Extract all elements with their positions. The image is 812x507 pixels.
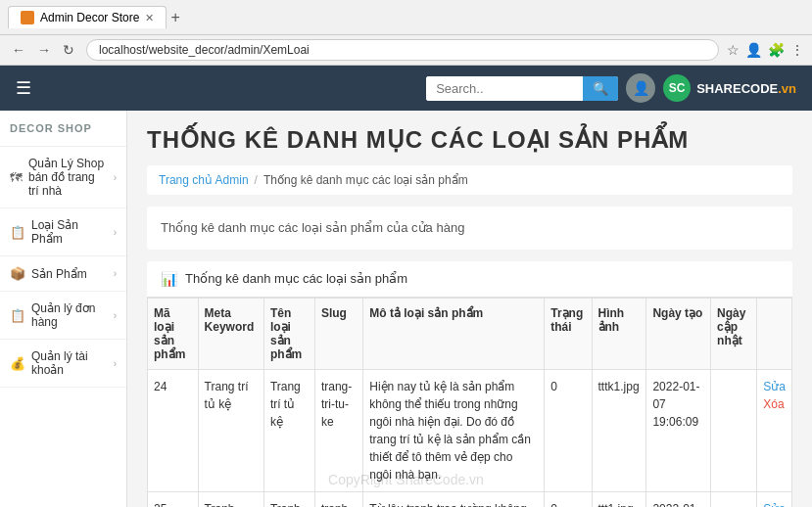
- chevron-icon: ›: [114, 172, 117, 183]
- chevron-icon: ›: [114, 268, 117, 279]
- th-trang-thai: Trạng thái: [545, 298, 592, 369]
- top-right-controls: 🔍 👤 SC SHARECODE.vn: [426, 73, 796, 103]
- cell-ma-loai: 25: [148, 491, 199, 507]
- breadcrumb-separator: /: [255, 173, 258, 187]
- url-bar[interactable]: localhost/website_decor/admin/XemLoai: [86, 39, 719, 61]
- table-section-icon: 📊: [161, 271, 177, 287]
- table-row: 25 Tranh treo tường Tranh treo tường tra…: [148, 491, 792, 507]
- top-navbar: ☰ 🔍 👤 SC SHARECODE.vn: [0, 66, 812, 111]
- sc-name: SHARECODE: [696, 81, 778, 96]
- cell-ngay-tao: 2022-01-07 19:06:09: [646, 369, 711, 491]
- cell-ngay-cap-nhat: [711, 369, 757, 491]
- th-ngay-cap-nhat: Ngày cập nhật: [711, 298, 757, 369]
- sidebar-item-products[interactable]: 📦 Sản Phẩm ›: [0, 256, 126, 292]
- back-button[interactable]: ←: [8, 40, 29, 60]
- sidebar-item-orders[interactable]: 📋 Quản lý đơn hàng ›: [0, 292, 126, 340]
- sidebar-item-categories[interactable]: 📋 Loại Sản Phẩm ›: [0, 208, 126, 256]
- cell-actions: Sửa Xóa: [757, 491, 792, 507]
- sc-text: SHARECODE.vn: [696, 81, 796, 96]
- products-icon: 📦: [10, 266, 25, 281]
- cell-ten-loai: Tranh treo tường: [263, 491, 314, 507]
- cell-slug: tranh-treo-tuong: [314, 491, 362, 507]
- shop-icon: 🗺: [10, 170, 23, 185]
- sidebar: DECOR SHOP 🗺 Quản Lý Shop bán đồ trang t…: [0, 111, 127, 507]
- hamburger-button[interactable]: ☰: [16, 77, 31, 99]
- th-actions: [757, 298, 792, 369]
- search-button[interactable]: 🔍: [583, 76, 618, 101]
- table-row: 24 Trang trí tủ kệ Trang trí tủ kệ trang…: [148, 369, 792, 491]
- sc-logo: SC: [663, 74, 691, 102]
- cell-trang-thai: 0: [545, 369, 592, 491]
- edit-link[interactable]: Sửa: [763, 380, 786, 393]
- cell-hinh-anh: ttt1.jpg: [592, 491, 646, 507]
- info-text: Thống kê danh mục các loại sản phẩm của …: [161, 220, 464, 235]
- page-title: THỐNG KÊ DANH MỤC CÁC LOẠI SẢN PHẨM: [147, 126, 792, 154]
- table-section-title: Thống kê danh mục các loại sản phẩm: [185, 271, 407, 286]
- menu-icon: ⋮: [790, 42, 804, 58]
- sidebar-brand: DECOR SHOP: [0, 111, 126, 147]
- chevron-icon: ›: [114, 310, 117, 321]
- th-mo-ta: Mô tả loại sản phẩm: [363, 298, 545, 369]
- sidebar-item-orders-label: Quản lý đơn hàng: [31, 301, 108, 329]
- search-box: 🔍: [426, 76, 618, 101]
- sidebar-item-shop-label: Quản Lý Shop bán đồ trang trí nhà: [28, 157, 108, 198]
- main-content: THỐNG KÊ DANH MỤC CÁC LOẠI SẢN PHẨM Tran…: [127, 111, 812, 507]
- cell-slug: trang-tri-tu-ke: [314, 369, 362, 491]
- sharecode-brand: SC SHARECODE.vn: [663, 74, 796, 102]
- sidebar-item-categories-label: Loại Sản Phẩm: [31, 218, 108, 246]
- th-ten-loai: Tên loại sản phẩm: [263, 298, 314, 369]
- profile-icon: 👤: [745, 42, 762, 58]
- tab-favicon: [21, 11, 34, 24]
- table-section: 📊 Thống kê danh mục các loại sản phẩm Mã…: [147, 261, 792, 508]
- sidebar-item-accounts[interactable]: 💰 Quản lý tài khoản ›: [0, 340, 126, 388]
- accounts-icon: 💰: [10, 356, 25, 371]
- cell-mo-ta: Từ lâu tranh treo tường không chỉ là sự …: [363, 491, 545, 507]
- new-tab-button[interactable]: +: [170, 9, 179, 26]
- breadcrumb: Trang chủ Admin / Thống kê danh mục các …: [147, 165, 792, 195]
- cell-meta-keyword: Trang trí tủ kệ: [198, 369, 263, 491]
- chevron-icon: ›: [114, 358, 117, 369]
- th-ma-loai: Mã loại sản phẩm: [148, 298, 199, 369]
- app-wrapper: ☰ 🔍 👤 SC SHARECODE.vn DECOR SHOP 🗺 Quản …: [0, 66, 812, 507]
- sidebar-item-accounts-label: Quản lý tài khoản: [31, 349, 108, 377]
- orders-icon: 📋: [10, 308, 25, 323]
- sidebar-item-products-label: Sản Phẩm: [31, 267, 87, 281]
- forward-button[interactable]: →: [33, 40, 55, 60]
- chevron-icon: ›: [114, 227, 117, 238]
- cell-ten-loai: Trang trí tủ kệ: [263, 369, 314, 491]
- address-bar-row: ← → ↻ localhost/website_decor/admin/XemL…: [0, 35, 812, 66]
- search-input[interactable]: [426, 76, 583, 101]
- cell-ngay-cap-nhat: [711, 491, 757, 507]
- delete-link[interactable]: Xóa: [763, 397, 784, 411]
- browser-tab-bar: Admin Decor Store ✕ +: [0, 0, 812, 35]
- cell-trang-thai: 0: [545, 491, 592, 507]
- bookmark-icon: ☆: [727, 42, 740, 58]
- cell-actions: Sửa Xóa: [757, 369, 792, 491]
- cell-meta-keyword: Tranh treo tường: [198, 491, 263, 507]
- sc-domain: .vn: [778, 81, 796, 96]
- reload-button[interactable]: ↻: [59, 40, 78, 60]
- main-area: DECOR SHOP 🗺 Quản Lý Shop bán đồ trang t…: [0, 111, 812, 507]
- cell-ngay-tao: 2022-01-07 19:20:38: [646, 491, 711, 507]
- categories-icon: 📋: [10, 225, 25, 240]
- th-ngay-tao: Ngày tạo: [646, 298, 711, 369]
- cell-hinh-anh: tttk1.jpg: [592, 369, 646, 491]
- breadcrumb-home[interactable]: Trang chủ Admin: [159, 173, 249, 187]
- extension-icon: 🧩: [768, 42, 785, 58]
- tab-title: Admin Decor Store: [40, 11, 139, 24]
- table-section-header: 📊 Thống kê danh mục các loại sản phẩm: [147, 261, 792, 298]
- edit-link[interactable]: Sửa: [763, 502, 786, 508]
- cell-ma-loai: 24: [148, 369, 199, 491]
- table-header-row: Mã loại sản phẩm Meta Keyword Tên loại s…: [148, 298, 792, 369]
- sidebar-item-shop[interactable]: 🗺 Quản Lý Shop bán đồ trang trí nhà ›: [0, 147, 126, 208]
- user-avatar[interactable]: 👤: [626, 73, 655, 103]
- th-slug: Slug: [314, 298, 362, 369]
- products-table: Mã loại sản phẩm Meta Keyword Tên loại s…: [147, 298, 792, 508]
- info-box: Thống kê danh mục các loại sản phẩm của …: [147, 207, 792, 250]
- breadcrumb-current: Thống kê danh mục các loại sản phẩm: [263, 173, 468, 187]
- th-meta-keyword: Meta Keyword: [198, 298, 263, 369]
- cell-mo-ta: Hiện nay tủ kệ là sản phẩm không thể thi…: [363, 369, 545, 491]
- active-tab[interactable]: Admin Decor Store ✕: [8, 6, 167, 28]
- th-hinh-anh: Hình ảnh: [592, 298, 646, 369]
- tab-close-btn[interactable]: ✕: [145, 12, 154, 24]
